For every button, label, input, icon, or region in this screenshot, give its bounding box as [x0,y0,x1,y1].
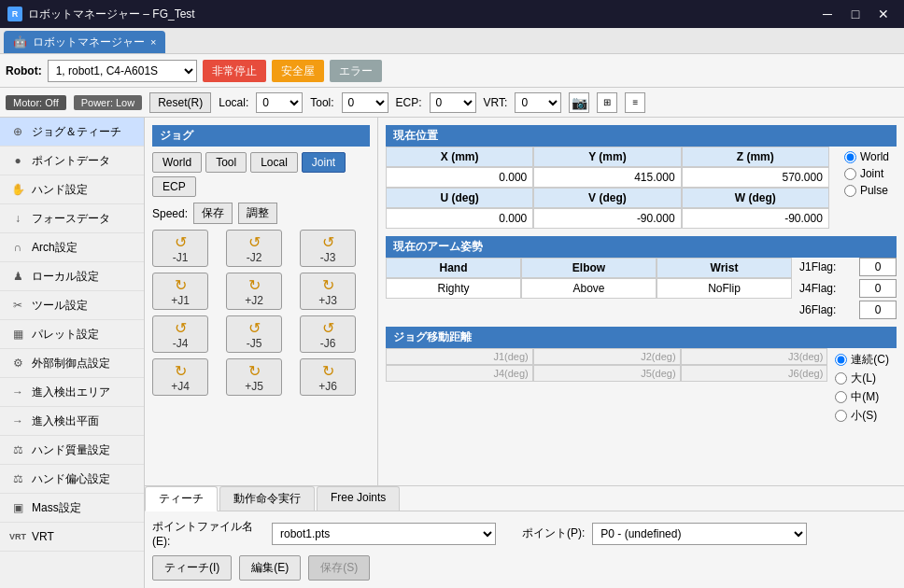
jog-plus-j5-button[interactable]: ↻ +J5 [226,358,282,396]
ecp-select[interactable]: 0 [430,92,476,113]
posture-grid: Hand Elbow Wrist Righty Above NoFlip [386,258,792,299]
sidebar-item-label: ハンド質量設定 [32,442,110,458]
minimize-button[interactable]: ─ [814,5,840,23]
robot-select[interactable]: 1, robot1, C4-A601S [48,60,197,82]
jog-plus-j4-button[interactable]: ↻ +J4 [152,358,208,396]
dist-small-radio[interactable]: 小(S) [835,408,889,424]
jog-mode-joint[interactable]: Joint [302,152,346,173]
safety-button[interactable]: 安全屋 [272,60,324,82]
sidebar-item-vrt[interactable]: VRT VRT [0,523,144,552]
emergency-stop-button[interactable]: 非常停止 [203,60,266,82]
local-select[interactable]: 0 [256,92,303,113]
jog-arrow-icon: ↻ [175,362,187,380]
pos-value-w: -90.000 [682,208,829,229]
hand-eccentric-icon: ⚖ [9,470,26,487]
list-icon[interactable]: ≡ [625,92,645,113]
dist-medium-label: 中(M) [851,389,879,405]
sidebar-item-jog-teach[interactable]: ⊕ ジョグ＆ティーチ [0,118,144,147]
jog-arrow-icon: ↻ [322,276,334,294]
jog-plus-j1-button[interactable]: ↻ +J1 [152,273,208,310]
sidebar-item-point-data[interactable]: ● ポイントデータ [0,147,144,175]
point-file-select[interactable]: robot1.pts [272,523,496,545]
jog-mode-world[interactable]: World [152,152,202,173]
sidebar-item-hand-mass[interactable]: ⚖ ハンド質量設定 [0,436,144,465]
tab-free-joints[interactable]: Free Joints [317,486,400,511]
jog-plus-j3-button[interactable]: ↻ +J3 [300,273,356,310]
jog-mode-tool[interactable]: Tool [205,152,247,173]
maximize-button[interactable]: □ [842,5,869,23]
sidebar-item-arch[interactable]: ∩ Arch設定 [0,233,144,262]
sidebar-item-label: フォースデータ [32,211,110,227]
jog-minus-j4-button[interactable]: ↺ -J4 [152,315,208,353]
jog-minus-j3-button[interactable]: ↺ -J3 [300,230,356,267]
sidebar-item-label: ローカル設定 [32,269,99,285]
vrt-select[interactable]: 0 [515,92,561,113]
pos-value-y: 415.000 [533,167,681,188]
grid-icon[interactable]: ⊞ [597,92,617,113]
dist-continuous-radio[interactable]: 連続(C) [835,352,889,368]
jog-dist-j6: J6(deg) [681,365,828,382]
dist-continuous-input[interactable] [835,354,847,366]
tab-teach[interactable]: ティーチ [145,486,218,511]
jog-dist-grid-row2: J4(deg) J5(deg) J6(deg) [386,365,827,382]
dist-medium-input[interactable] [835,391,847,403]
coord-world-input[interactable] [844,151,856,163]
dist-small-input[interactable] [835,410,847,422]
dist-large-input[interactable] [835,372,847,385]
coord-joint-input[interactable] [844,168,856,180]
save-button[interactable]: 保存(S) [308,555,370,581]
teach-panel: ポイントファイル名(E): robot1.pts ポイント(P): P0 - (… [145,511,904,588]
tool-select[interactable]: 0 [342,92,388,113]
jog-minus-j2-button[interactable]: ↺ -J2 [226,230,282,267]
flag-j4-value: 0 [859,279,897,298]
window-title: ロボットマネージャー – FG_Test [28,7,195,22]
jog-label: -J3 [320,251,336,264]
sidebar-item-force-data[interactable]: ↓ フォースデータ [0,204,144,233]
tab-close-button[interactable]: × [150,36,156,48]
speed-label: Speed: [152,207,188,220]
jog-minus-j6-button[interactable]: ↺ -J6 [300,315,356,353]
sidebar-item-external-control[interactable]: ⚙ 外部制御点設定 [0,349,144,378]
jog-label: -J2 [247,251,262,264]
tab-motion[interactable]: 動作命令実行 [219,486,315,511]
point-select[interactable]: P0 - (undefined) [592,523,807,545]
jog-mode-ecp[interactable]: ECP [152,176,196,197]
coord-pulse-radio[interactable]: Pulse [844,184,889,197]
dist-medium-radio[interactable]: 中(M) [835,389,889,405]
jog-plus-j6-button[interactable]: ↻ +J6 [300,358,356,396]
jog-distance-section: ジョグ移動距離 J1(deg) J2(deg) J3(deg) J4(deg) … [386,327,897,427]
jog-minus-j1-button[interactable]: ↺ -J1 [152,230,208,267]
speed-adjust-button[interactable]: 調整 [238,203,277,224]
edit-button[interactable]: 編集(E) [239,555,301,581]
jog-minus-j5-button[interactable]: ↺ -J5 [226,315,282,353]
camera-icon[interactable]: 📷 [569,92,589,113]
teach-button[interactable]: ティーチ(I) [152,555,232,581]
sidebar-item-pallet[interactable]: ▦ パレット設定 [0,320,144,349]
tab-free-joints-label: Free Joints [331,491,386,504]
coord-joint-radio[interactable]: Joint [844,167,889,180]
reset-button[interactable]: Reset(R) [149,92,211,113]
jog-dist-j5: J5(deg) [533,365,681,382]
sidebar-item-entry-area[interactable]: → 進入検出エリア [0,378,144,407]
dist-large-radio[interactable]: 大(L) [835,371,889,386]
sidebar-item-mass[interactable]: ▣ Mass設定 [0,494,144,523]
jog-arrow-icon: ↺ [322,233,334,251]
sidebar-item-entry-plane[interactable]: → 進入検出平面 [0,407,144,436]
sidebar-item-local[interactable]: ♟ ローカル設定 [0,262,144,291]
jog-mode-local[interactable]: Local [250,152,298,173]
jog-arrow-icon: ↻ [322,362,334,380]
jog-arrow-icon: ↺ [248,233,261,251]
sidebar-item-tool[interactable]: ✂ ツール設定 [0,291,144,320]
close-button[interactable]: ✕ [870,5,897,23]
jog-label: -J4 [173,337,189,350]
coord-world-radio[interactable]: World [844,150,889,163]
speed-save-button[interactable]: 保存 [193,203,233,224]
sidebar-item-hand-setting[interactable]: ✋ ハンド設定 [0,175,144,204]
sidebar-item-hand-eccentric[interactable]: ⚖ ハンド偏心設定 [0,465,144,494]
coord-pulse-input[interactable] [844,185,856,197]
error-button[interactable]: エラー [330,60,382,82]
position-grid-xyz: X (mm) Y (mm) Z (mm) 0.000 415.000 570.0… [386,147,829,188]
main-tab[interactable]: 🤖 ロボットマネージャー × [4,31,165,53]
local-label: Local: [219,96,248,109]
jog-plus-j2-button[interactable]: ↻ +J2 [226,273,282,310]
